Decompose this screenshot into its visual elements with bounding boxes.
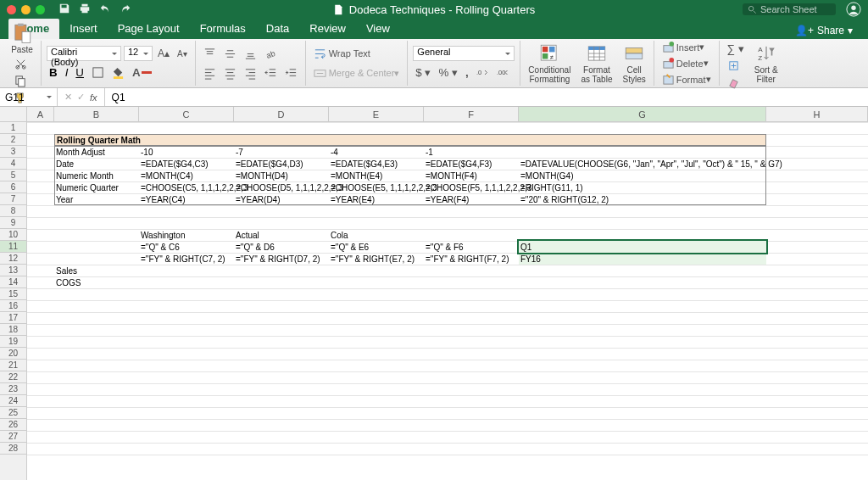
cell-E7[interactable]: =YEAR(E4) [329, 193, 424, 205]
align-middle-icon[interactable] [221, 46, 239, 62]
cell-D3[interactable]: -7 [234, 146, 329, 158]
row-header-15[interactable]: 15 [0, 288, 26, 300]
cell-G4[interactable]: =DATEVALUE(CHOOSE(G6, "Jan", "Apr", "Jul… [519, 158, 766, 170]
fill-color-button[interactable] [109, 64, 127, 81]
redo-icon[interactable] [120, 3, 131, 17]
cell-D12[interactable]: ="FY" & RIGHT(D7, 2) [234, 253, 329, 265]
save-icon[interactable] [58, 3, 70, 17]
row-header-18[interactable]: 18 [0, 324, 26, 336]
cell-C4[interactable]: =EDATE($G4,C3) [139, 158, 234, 170]
row-header-23[interactable]: 23 [0, 383, 26, 395]
increase-indent-icon[interactable] [282, 65, 300, 81]
cell-B2-merged[interactable]: Rolling Quarter Math [54, 134, 766, 146]
cell-E4[interactable]: =EDATE($G4,E3) [329, 158, 424, 170]
column-header-B[interactable]: B [54, 107, 139, 121]
increase-decimal-icon[interactable]: .0 [474, 64, 492, 81]
align-right-icon[interactable] [242, 65, 259, 81]
user-account-icon[interactable] [846, 2, 861, 17]
align-center-icon[interactable] [221, 65, 239, 81]
cell-D11[interactable]: ="Q" & D6 [234, 241, 329, 253]
undo-icon[interactable] [99, 3, 111, 17]
cell-D5[interactable]: =MONTH(D4) [234, 170, 329, 181]
row-header-3[interactable]: 3 [0, 146, 26, 158]
cell-C6[interactable]: =CHOOSE(C5, 1,1,1,2,2,2,3 [139, 181, 234, 193]
tab-review[interactable]: Review [299, 19, 356, 39]
row-header-1[interactable]: 1 [0, 122, 26, 134]
row-header-13[interactable]: 13 [0, 265, 26, 276]
name-box[interactable]: G11 [0, 88, 58, 106]
cell-C7[interactable]: =YEAR(C4) [139, 193, 234, 205]
cell-G12[interactable]: FY16 [519, 253, 766, 265]
insert-cells-button[interactable]: Insert ▾ [659, 39, 714, 55]
cell-E5[interactable]: =MONTH(E4) [329, 170, 424, 181]
conditional-formatting-button[interactable]: ≠Conditional Formatting [526, 41, 573, 86]
row-header-25[interactable]: 25 [0, 407, 26, 419]
format-as-table-button[interactable]: Format as Table [578, 41, 615, 86]
column-header-C[interactable]: C [139, 107, 234, 121]
cell-D10[interactable]: Actual [234, 229, 329, 241]
search-input[interactable]: Search Sheet [743, 3, 836, 15]
cell-B7[interactable]: Year [54, 193, 139, 205]
close-window-icon[interactable] [7, 5, 16, 14]
paste-button[interactable]: Paste [8, 20, 36, 56]
row-header-2[interactable]: 2 [0, 134, 26, 146]
align-bottom-icon[interactable] [242, 46, 259, 62]
border-button[interactable] [89, 64, 107, 81]
cells-area[interactable]: Rolling Quarter MathMonth Adjust-10-7-4-… [27, 122, 868, 480]
print-icon[interactable] [79, 3, 91, 17]
comma-icon[interactable]: , [463, 64, 471, 81]
cell-B5[interactable]: Numeric Month [54, 170, 139, 181]
font-size-select[interactable]: 12 [124, 46, 153, 61]
decrease-font-icon[interactable]: A▾ [175, 47, 190, 60]
cell-B14[interactable]: COGS [54, 276, 139, 288]
cell-D4[interactable]: =EDATE($G4,D3) [234, 158, 329, 170]
row-header-14[interactable]: 14 [0, 276, 26, 288]
cell-E11[interactable]: ="Q" & E6 [329, 241, 424, 253]
select-all-corner[interactable] [0, 107, 27, 122]
cell-C3[interactable]: -10 [139, 146, 234, 158]
cell-F5[interactable]: =MONTH(F4) [424, 170, 519, 181]
clear-icon[interactable] [725, 75, 747, 91]
cell-B4[interactable]: Date [54, 158, 139, 170]
cell-E12[interactable]: ="FY" & RIGHT(E7, 2) [329, 253, 424, 265]
row-header-19[interactable]: 19 [0, 336, 26, 348]
autosum-icon[interactable]: ∑ ▾ [725, 41, 747, 57]
cell-B6[interactable]: Numeric Quarter [54, 181, 139, 193]
row-header-7[interactable]: 7 [0, 193, 26, 205]
cell-F4[interactable]: =EDATE($G4,F3) [424, 158, 519, 170]
decrease-decimal-icon[interactable]: .00 [494, 64, 512, 81]
tab-data[interactable]: Data [256, 19, 299, 39]
sort-filter-button[interactable]: AZSort & Filter [752, 41, 781, 86]
cell-D7[interactable]: =YEAR(D4) [234, 193, 329, 205]
merge-center-button[interactable]: Merge & Center ▾ [311, 65, 403, 81]
fill-icon[interactable] [725, 58, 747, 74]
cut-button[interactable] [12, 56, 36, 72]
wrap-text-button[interactable]: Wrap Text [311, 46, 373, 62]
row-header-12[interactable]: 12 [0, 253, 26, 265]
row-header-5[interactable]: 5 [0, 170, 26, 181]
formula-input[interactable]: Q1 [105, 92, 868, 103]
cell-D6[interactable]: =CHOOSE(D5, 1,1,1,2,2,2,3 [234, 181, 329, 193]
cell-E6[interactable]: =CHOOSE(E5, 1,1,1,2,2,2,3 [329, 181, 424, 193]
row-header-9[interactable]: 9 [0, 217, 26, 229]
row-header-20[interactable]: 20 [0, 348, 26, 360]
tab-page-layout[interactable]: Page Layout [108, 19, 190, 39]
currency-icon[interactable]: $ ▾ [413, 64, 433, 81]
column-header-G[interactable]: G [519, 107, 766, 121]
row-header-21[interactable]: 21 [0, 360, 26, 371]
cell-G5[interactable]: =MONTH(G4) [519, 170, 766, 181]
cell-E10[interactable]: Cola [329, 229, 424, 241]
row-header-16[interactable]: 16 [0, 300, 26, 312]
row-header-6[interactable]: 6 [0, 181, 26, 193]
row-header-27[interactable]: 27 [0, 431, 26, 443]
format-cells-button[interactable]: Format ▾ [659, 71, 714, 87]
row-header-24[interactable]: 24 [0, 395, 26, 407]
cell-G11[interactable]: Q1 [519, 241, 766, 253]
column-header-H[interactable]: H [766, 107, 868, 121]
tab-view[interactable]: View [356, 19, 400, 39]
cell-styles-button[interactable]: Cell Styles [620, 41, 648, 86]
delete-cells-button[interactable]: Delete ▾ [659, 55, 714, 71]
number-format-select[interactable]: General [413, 46, 515, 61]
row-header-26[interactable]: 26 [0, 419, 26, 431]
row-header-10[interactable]: 10 [0, 229, 26, 241]
